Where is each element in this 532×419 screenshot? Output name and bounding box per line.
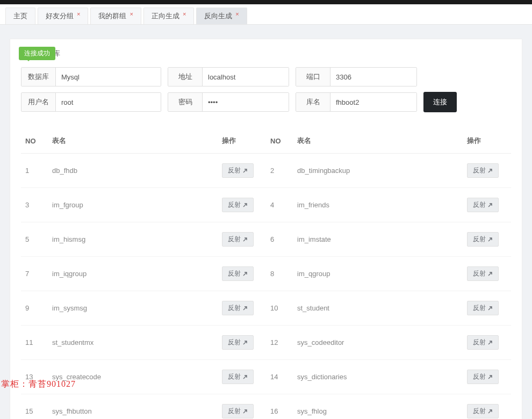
cell-op: 反射 bbox=[218, 257, 266, 291]
pwd-input[interactable] bbox=[203, 93, 289, 111]
content-area: 连接成功 库 数据库 地址 端口 用户名 密码 bbox=[0, 25, 532, 419]
user-input[interactable] bbox=[56, 93, 161, 111]
cell-no: 12 bbox=[266, 326, 293, 360]
cell-no: 1 bbox=[21, 154, 48, 188]
dbname-input[interactable] bbox=[330, 93, 416, 111]
db-type-label: 数据库 bbox=[21, 68, 56, 86]
cell-name: im_hismsg bbox=[48, 222, 218, 257]
cell-no: 8 bbox=[266, 257, 293, 291]
th-no: NO bbox=[266, 128, 293, 154]
cell-op: 反射 bbox=[463, 326, 511, 360]
cell-no: 5 bbox=[21, 222, 48, 257]
table-row: 2db_timingbackup反射 bbox=[266, 154, 511, 188]
addr-label: 地址 bbox=[168, 68, 203, 86]
cell-no: 9 bbox=[21, 291, 48, 326]
user-group: 用户名 bbox=[21, 92, 161, 112]
reflect-button[interactable]: 反射 bbox=[222, 404, 254, 418]
table-row: 14sys_dictionaries反射 bbox=[266, 360, 511, 394]
close-icon[interactable]: × bbox=[130, 11, 133, 17]
cell-op: 反射 bbox=[463, 394, 511, 420]
cell-op: 反射 bbox=[463, 154, 511, 188]
cell-name: sys_dictionaries bbox=[293, 360, 463, 394]
db-panel: 连接成功 库 数据库 地址 端口 用户名 密码 bbox=[10, 39, 522, 419]
table-row: 4im_friends反射 bbox=[266, 188, 511, 222]
db-type-group: 数据库 bbox=[21, 67, 161, 86]
cell-op: 反射 bbox=[218, 394, 266, 420]
reflect-button[interactable]: 反射 bbox=[222, 232, 254, 247]
port-group: 端口 bbox=[296, 67, 417, 86]
cell-no: 16 bbox=[266, 394, 293, 420]
arrow-up-right-icon bbox=[487, 306, 493, 311]
tab-1[interactable]: 好友分组× bbox=[38, 8, 88, 24]
port-input[interactable] bbox=[330, 68, 416, 86]
table-row: 11st_studentmx反射 bbox=[21, 326, 266, 360]
tab-2[interactable]: 我的群组× bbox=[90, 8, 141, 24]
table-row: 3im_fgroup反射 bbox=[21, 188, 266, 222]
table-row: 8im_qgroup反射 bbox=[266, 257, 511, 291]
reflect-button[interactable]: 反射 bbox=[222, 163, 254, 178]
table-row: 12sys_codeeditor反射 bbox=[266, 326, 511, 360]
reflect-button[interactable]: 反射 bbox=[222, 266, 254, 281]
cell-op: 反射 bbox=[463, 222, 511, 257]
cell-name: im_friends bbox=[293, 188, 463, 222]
close-icon[interactable]: × bbox=[183, 11, 186, 17]
reflect-button[interactable]: 反射 bbox=[467, 404, 499, 418]
close-icon[interactable]: × bbox=[77, 11, 80, 17]
th-no: NO bbox=[21, 128, 48, 154]
tables-right-col: NO 表名 操作 2db_timingbackup反射 4im_friends反… bbox=[266, 128, 511, 419]
cell-op: 反射 bbox=[463, 257, 511, 291]
db-type-input[interactable] bbox=[56, 68, 161, 86]
cell-no: 7 bbox=[21, 257, 48, 291]
connect-button[interactable]: 连接 bbox=[423, 92, 457, 112]
reflect-button[interactable]: 反射 bbox=[467, 198, 499, 212]
tab-3[interactable]: 正向生成× bbox=[143, 8, 194, 24]
addr-input[interactable] bbox=[203, 68, 289, 86]
cell-name: im_iqgroup bbox=[48, 257, 218, 291]
arrow-up-right-icon bbox=[487, 168, 493, 174]
table-row: 6im_imstate反射 bbox=[266, 222, 511, 257]
table-row: 10st_student反射 bbox=[266, 291, 511, 326]
reflect-button[interactable]: 反射 bbox=[222, 301, 254, 315]
arrow-up-right-icon bbox=[242, 409, 248, 414]
th-name: 表名 bbox=[293, 128, 463, 154]
reflect-button[interactable]: 反射 bbox=[467, 232, 499, 247]
arrow-up-right-icon bbox=[242, 340, 248, 345]
cell-name: st_studentmx bbox=[48, 326, 218, 360]
cell-op: 反射 bbox=[463, 291, 511, 326]
cell-name: sys_fhlog bbox=[293, 394, 463, 420]
watermark-text: 掌柜：青苔901027 bbox=[1, 379, 76, 390]
tab-0[interactable]: 主页 bbox=[5, 8, 35, 24]
cell-no: 15 bbox=[21, 394, 48, 420]
reflect-button[interactable]: 反射 bbox=[467, 335, 499, 350]
cell-name: st_student bbox=[293, 291, 463, 326]
table-row: 1db_fhdb反射 bbox=[21, 154, 266, 188]
cell-op: 反射 bbox=[463, 360, 511, 394]
arrow-up-right-icon bbox=[242, 374, 248, 380]
reflect-button[interactable]: 反射 bbox=[467, 163, 499, 178]
port-label: 端口 bbox=[296, 68, 330, 86]
cell-no: 4 bbox=[266, 188, 293, 222]
th-op: 操作 bbox=[463, 128, 511, 154]
arrow-up-right-icon bbox=[487, 340, 493, 345]
cell-name: im_fgroup bbox=[48, 188, 218, 222]
reflect-button[interactable]: 反射 bbox=[222, 198, 254, 212]
tab-4[interactable]: 反向生成× bbox=[196, 8, 247, 24]
reflect-button[interactable]: 反射 bbox=[467, 301, 499, 315]
cell-op: 反射 bbox=[218, 291, 266, 326]
arrow-up-right-icon bbox=[487, 237, 493, 242]
arrow-up-right-icon bbox=[242, 237, 248, 242]
arrow-up-right-icon bbox=[487, 203, 493, 208]
cell-op: 反射 bbox=[218, 188, 266, 222]
pwd-group: 密码 bbox=[168, 92, 289, 112]
close-icon[interactable]: × bbox=[235, 11, 239, 17]
arrow-up-right-icon bbox=[242, 168, 248, 174]
reflect-button[interactable]: 反射 bbox=[467, 370, 499, 384]
arrow-up-right-icon bbox=[487, 409, 493, 414]
reflect-button[interactable]: 反射 bbox=[467, 266, 499, 281]
th-op: 操作 bbox=[218, 128, 266, 154]
reflect-button[interactable]: 反射 bbox=[222, 335, 254, 350]
arrow-up-right-icon bbox=[487, 271, 493, 277]
reflect-button[interactable]: 反射 bbox=[222, 370, 254, 384]
th-name: 表名 bbox=[48, 128, 218, 154]
cell-no: 10 bbox=[266, 291, 293, 326]
